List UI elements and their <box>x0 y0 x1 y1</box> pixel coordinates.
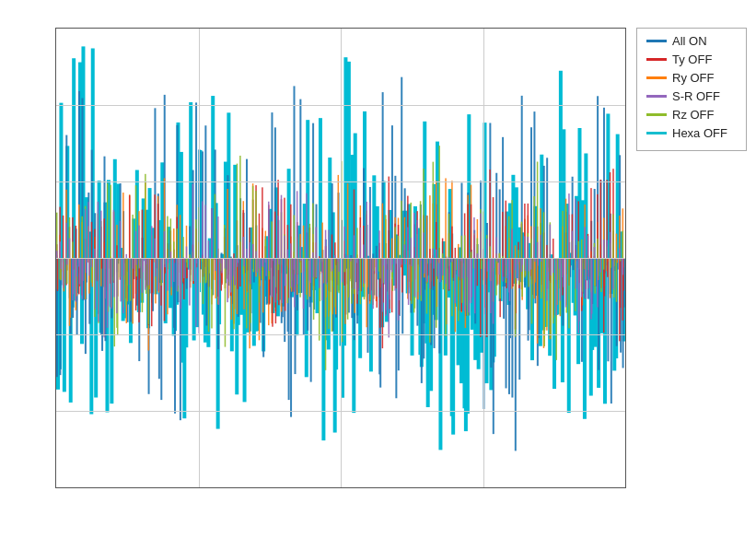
svg-rect-1569 <box>297 258 298 285</box>
svg-rect-1342 <box>438 146 439 258</box>
svg-rect-1684 <box>516 258 517 278</box>
svg-rect-1143 <box>607 258 608 277</box>
svg-rect-1174 <box>107 183 108 258</box>
svg-rect-1505 <box>180 258 181 309</box>
svg-rect-1479 <box>132 258 133 269</box>
svg-rect-1216 <box>187 258 188 268</box>
svg-rect-997 <box>331 234 332 258</box>
svg-rect-1496 <box>164 258 165 267</box>
svg-rect-1294 <box>348 258 349 298</box>
svg-rect-1224 <box>203 258 204 304</box>
svg-rect-1724 <box>591 258 592 314</box>
svg-rect-778 <box>458 244 459 258</box>
svg-rect-1562 <box>285 258 285 286</box>
svg-rect-1333 <box>417 258 418 292</box>
svg-rect-1165 <box>81 216 82 258</box>
legend-label: S-R OFF <box>672 89 720 103</box>
svg-rect-1439 <box>60 258 61 269</box>
svg-rect-1414 <box>581 240 582 258</box>
svg-rect-1585 <box>326 258 327 285</box>
svg-rect-1677 <box>502 258 503 282</box>
svg-rect-1490 <box>154 239 155 258</box>
svg-rect-1711 <box>565 258 566 307</box>
svg-rect-86 <box>233 165 237 258</box>
svg-rect-1455 <box>87 202 88 258</box>
svg-rect-1482 <box>138 226 139 258</box>
svg-rect-1533 <box>234 258 235 285</box>
svg-rect-1489 <box>151 226 152 258</box>
svg-rect-1543 <box>255 251 256 258</box>
svg-rect-1728 <box>600 258 601 273</box>
svg-rect-1176 <box>110 185 110 258</box>
svg-rect-1268 <box>299 258 300 298</box>
svg-rect-1481 <box>136 258 137 265</box>
svg-rect-1632 <box>414 258 415 297</box>
svg-rect-818 <box>537 258 538 344</box>
svg-rect-1714 <box>575 198 576 258</box>
svg-rect-1698 <box>540 235 541 258</box>
svg-rect-1478 <box>129 258 130 285</box>
svg-rect-1209 <box>173 241 174 258</box>
svg-rect-893 <box>116 245 117 258</box>
svg-rect-1082 <box>489 170 490 258</box>
grid-line-v3 <box>483 29 484 487</box>
svg-rect-1688 <box>521 258 522 265</box>
svg-rect-1355 <box>464 235 465 258</box>
svg-rect-1456 <box>88 258 89 275</box>
svg-rect-1697 <box>538 258 539 266</box>
svg-rect-1540 <box>249 242 250 258</box>
svg-rect-1314 <box>385 215 386 258</box>
svg-rect-899 <box>129 195 130 258</box>
svg-rect-1656 <box>461 258 462 278</box>
legend-color-swatch <box>646 40 667 42</box>
svg-rect-1657 <box>464 258 465 311</box>
svg-rect-1703 <box>550 225 551 258</box>
svg-rect-817 <box>534 258 535 283</box>
legend-label: Ty OFF <box>672 53 712 66</box>
svg-rect-1638 <box>426 258 427 282</box>
svg-rect-1674 <box>495 237 496 258</box>
svg-rect-1679 <box>506 258 506 278</box>
svg-rect-383 <box>246 159 248 258</box>
svg-rect-1712 <box>568 193 569 258</box>
svg-rect-1111 <box>546 245 547 258</box>
svg-rect-1442 <box>65 223 66 258</box>
svg-rect-1692 <box>528 258 529 272</box>
svg-rect-1706 <box>555 258 556 315</box>
svg-rect-962 <box>262 187 262 258</box>
svg-rect-1645 <box>436 258 437 276</box>
svg-rect-1274 <box>312 204 313 258</box>
svg-rect-1579 <box>316 228 317 258</box>
svg-rect-746 <box>391 239 392 258</box>
svg-rect-1423 <box>597 239 598 258</box>
svg-rect-1578 <box>313 258 314 277</box>
svg-rect-1537 <box>243 237 244 258</box>
svg-rect-1049 <box>429 249 430 258</box>
svg-rect-1604 <box>366 202 366 258</box>
svg-rect-1611 <box>378 230 379 258</box>
svg-rect-1518 <box>208 240 209 258</box>
svg-rect-1460 <box>95 258 96 310</box>
svg-rect-1495 <box>164 231 165 258</box>
svg-rect-1431 <box>612 215 613 258</box>
svg-rect-1681 <box>509 258 510 301</box>
svg-rect-1722 <box>588 258 589 288</box>
svg-rect-1523 <box>218 258 219 305</box>
svg-rect-1511 <box>192 258 193 281</box>
svg-rect-1292 <box>343 258 344 272</box>
svg-rect-516 <box>499 189 501 258</box>
svg-rect-1546 <box>259 258 260 276</box>
svg-rect-1452 <box>82 258 83 281</box>
svg-rect-1570 <box>299 246 300 258</box>
svg-rect-1347 <box>448 214 449 258</box>
svg-rect-1324 <box>401 201 401 258</box>
svg-rect-874 <box>76 226 76 258</box>
svg-rect-1631 <box>413 213 414 258</box>
svg-rect-1383 <box>521 222 522 258</box>
legend-color-swatch <box>646 132 667 134</box>
svg-rect-1334 <box>420 201 421 258</box>
svg-rect-1661 <box>471 258 472 298</box>
svg-rect-1574 <box>306 193 307 258</box>
svg-rect-1248 <box>255 191 256 258</box>
svg-rect-1405 <box>562 211 563 258</box>
